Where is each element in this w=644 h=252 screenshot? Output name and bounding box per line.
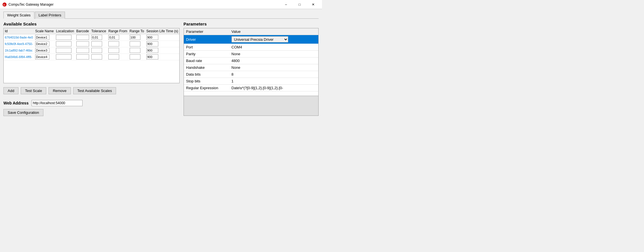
param-label: Regular Expression xyxy=(184,85,229,91)
minimize-button[interactable]: – xyxy=(279,0,292,9)
col-tolerance: Tolerance xyxy=(90,28,107,34)
title-bar-left: C CompuTec Gateway Manager xyxy=(2,2,54,7)
test-available-scales-button[interactable]: Test Available Scales xyxy=(73,87,116,94)
app-title: CompuTec Gateway Manager xyxy=(9,3,54,7)
param-extra xyxy=(312,71,318,78)
main-content: Weight Scales Label Printers Available S… xyxy=(0,9,322,126)
localization-input[interactable] xyxy=(56,41,71,46)
right-panel: Parameters Parameter Value Driver Univer… xyxy=(184,22,319,116)
content-area: Available Scales Id Scale Name Localizat… xyxy=(3,22,319,116)
param-label: Stop bits xyxy=(184,78,229,85)
param-row: Baud rate 4800 xyxy=(184,57,318,64)
remove-button[interactable]: Remove xyxy=(49,87,71,94)
param-value: None xyxy=(229,51,312,57)
close-button[interactable]: ✕ xyxy=(307,0,320,9)
web-address-row: Web Address xyxy=(3,100,180,106)
tabs-container: Weight Scales Label Printers xyxy=(3,11,319,19)
param-extra xyxy=(312,44,318,51)
tolerance-input[interactable] xyxy=(91,54,102,59)
param-label: Handshake xyxy=(184,64,229,71)
session-input[interactable] xyxy=(146,48,158,53)
barcode-input[interactable] xyxy=(76,41,89,46)
table-row: 1fc1a892-fab7-46bc xyxy=(4,47,179,54)
tab-weight-scales[interactable]: Weight Scales xyxy=(3,12,34,19)
param-value: 4800 xyxy=(229,57,312,64)
col-rangeto: Range To xyxy=(129,28,145,34)
scale-id-link[interactable]: 6764010d-9ade-4e0 xyxy=(5,36,33,39)
scales-table-container: Id Scale Name Localization Barcode Toler… xyxy=(3,28,180,83)
col-parameter: Parameter xyxy=(184,28,229,35)
rangeto-input[interactable] xyxy=(130,41,140,46)
web-address-input[interactable] xyxy=(31,100,83,106)
parameters-title: Parameters xyxy=(184,22,319,26)
param-label: Data bits xyxy=(184,71,229,78)
web-address-label: Web Address xyxy=(3,101,29,105)
param-row: Port COM4 xyxy=(184,44,318,51)
scale-name-input[interactable] xyxy=(35,48,49,53)
param-extra xyxy=(312,85,318,91)
scale-id-link[interactable]: 1fc1a892-fab7-46bc xyxy=(5,49,33,52)
scales-header-row: Id Scale Name Localization Barcode Toler… xyxy=(4,28,179,34)
param-row: Stop bits 1 xyxy=(184,78,318,85)
session-input[interactable] xyxy=(146,54,158,59)
barcode-input[interactable] xyxy=(76,48,89,53)
col-localization: Localization xyxy=(55,28,75,34)
session-input[interactable] xyxy=(146,35,158,40)
param-extra xyxy=(312,51,318,57)
tolerance-input[interactable] xyxy=(91,41,102,46)
action-buttons-row: Add Test Scale Remove Test Available Sca… xyxy=(3,87,180,94)
driver-select[interactable]: Universal Precsia DriverOther Driver xyxy=(231,36,288,42)
app-icon: C xyxy=(2,2,7,7)
rangeto-input[interactable] xyxy=(130,35,140,40)
col-barcode: Barcode xyxy=(75,28,90,34)
param-row: Regular Expression Date\s*(?[0-9]{1,2}.[… xyxy=(184,85,318,91)
barcode-input[interactable] xyxy=(76,54,89,59)
col-rangefrom: Range From xyxy=(107,28,129,34)
rangefrom-input[interactable] xyxy=(108,48,119,53)
tolerance-input[interactable] xyxy=(91,48,102,53)
table-row: f4a694b6-6f84-4ff8- xyxy=(4,54,179,60)
param-row: Parity None xyxy=(184,51,318,57)
test-scale-button[interactable]: Test Scale xyxy=(21,87,46,94)
param-extra xyxy=(312,57,318,64)
scale-name-input[interactable] xyxy=(35,35,49,40)
localization-input[interactable] xyxy=(56,48,71,53)
param-row: Data bits 8 xyxy=(184,71,318,78)
title-bar-controls: – □ ✕ xyxy=(279,0,320,9)
param-label: Driver xyxy=(184,35,229,44)
rangeto-input[interactable] xyxy=(130,54,140,59)
rangefrom-input[interactable] xyxy=(108,35,119,40)
params-gray-area xyxy=(184,96,319,116)
param-value: 1 xyxy=(229,78,312,85)
session-input[interactable] xyxy=(146,41,158,46)
localization-input[interactable] xyxy=(56,35,71,40)
col-scalename: Scale Name xyxy=(34,28,55,34)
param-extra xyxy=(312,64,318,71)
param-extra xyxy=(312,35,318,44)
localization-input[interactable] xyxy=(56,54,71,59)
scale-name-input[interactable] xyxy=(35,41,49,46)
save-row: Save Configuration xyxy=(3,109,180,116)
param-value: COM4 xyxy=(229,44,312,51)
add-button[interactable]: Add xyxy=(3,87,18,94)
tolerance-input[interactable] xyxy=(91,35,102,40)
barcode-input[interactable] xyxy=(76,35,89,40)
maximize-button[interactable]: □ xyxy=(293,0,306,9)
save-configuration-button[interactable]: Save Configuration xyxy=(3,109,43,116)
scale-id-link[interactable]: f4a694b6-6f84-4ff8- xyxy=(5,55,32,59)
svg-text:C: C xyxy=(3,3,5,6)
param-extra xyxy=(312,78,318,85)
tab-label-printers[interactable]: Label Printers xyxy=(35,12,65,19)
table-row: 6764010d-9ade-4e0 xyxy=(4,34,179,41)
params-header-row: Parameter Value xyxy=(184,28,318,35)
param-label: Parity xyxy=(184,51,229,57)
params-table-container: Parameter Value Driver Universal Precsia… xyxy=(184,28,319,96)
rangefrom-input[interactable] xyxy=(108,54,119,59)
scale-id-link[interactable]: fc50fe0f-4ee9-4750- xyxy=(5,42,33,46)
rangefrom-input[interactable] xyxy=(108,41,119,46)
param-value: None xyxy=(229,64,312,71)
param-value: 8 xyxy=(229,71,312,78)
rangeto-input[interactable] xyxy=(130,48,140,53)
scale-name-input[interactable] xyxy=(35,54,49,59)
table-row: fc50fe0f-4ee9-4750- xyxy=(4,41,179,47)
